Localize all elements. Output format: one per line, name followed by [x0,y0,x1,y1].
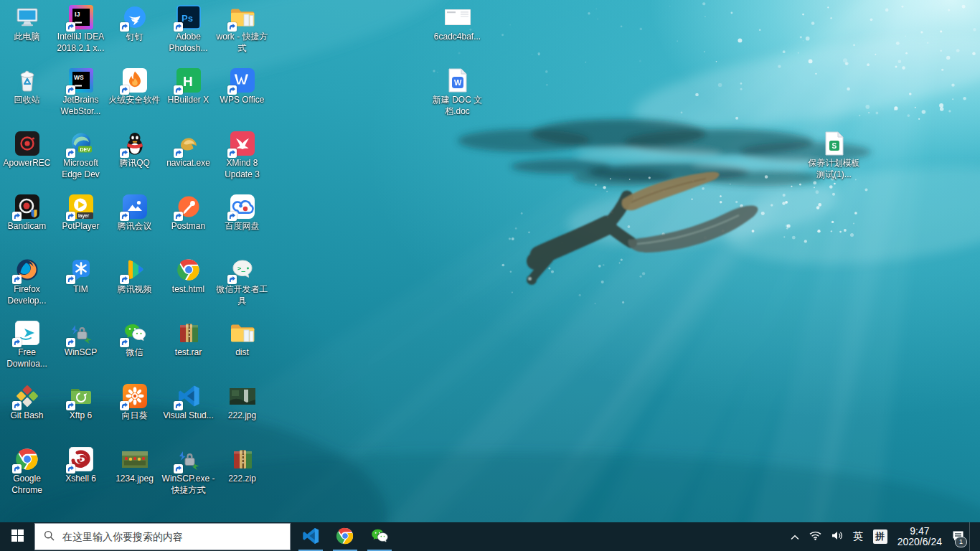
desktop-icon-tencent-meeting[interactable]: 腾讯会议 [108,194,161,232]
qq-icon [120,131,150,156]
shortcut-arrow-icon [66,338,75,347]
desktop-icon-chrome[interactable]: Google Chrome [0,446,54,496]
desktop-icon-postman[interactable]: Postman [161,194,215,232]
desktop-icon-recycle-bin[interactable]: 回收站 [0,67,54,106]
wps-doc-icon: W [443,67,473,93]
desktop-icon-winrar[interactable]: 222.zip [215,446,269,485]
desktop-icon-label: test.html [172,284,204,296]
bandicam-icon [12,194,42,220]
desktop-icon-vscode[interactable]: Visual Stud... [161,383,215,422]
desktop-icon-hbuilderx[interactable]: HHBuilder X [161,67,215,106]
system-tray: 英 拼 9:47 2020/6/24 1 [786,522,980,551]
desktop-icon-wechat[interactable]: 微信 [108,320,161,359]
desktop-icon-label: WPS Office [220,95,265,106]
desktop-icon-photo-jpg[interactable]: 222.jpg [215,383,269,422]
svg-text:WS: WS [74,74,84,81]
winrar-icon [174,320,204,346]
taskbar: 英 拼 9:47 2020/6/24 1 [0,522,980,551]
desktop-icon-label: Xftp 6 [70,410,92,422]
apowerrec-icon [12,131,42,156]
svg-text:DEV: DEV [80,147,90,152]
desktop-icon-wps-sheet[interactable]: S保养计划模板测试(1)... [807,131,861,180]
desktop-icon-image-file[interactable]: 6cadc4baf... [430,4,484,43]
desktop-icon-winscp[interactable]: WinSCP [54,320,108,359]
action-center-button[interactable]: 1 [947,522,969,551]
firefox-dev-icon [12,257,42,283]
desktop-icon-label: 火绒安全软件 [109,95,161,106]
desktop-icon-dingtalk[interactable]: 钉钉 [108,4,161,43]
taskbar-search[interactable] [34,523,291,550]
desktop-icon-sunflower[interactable]: 向日葵 [108,383,161,422]
search-input[interactable] [61,530,290,543]
desktop-icon-photo-jpeg[interactable]: 1234.jpeg [108,446,161,485]
desktop-icon-tencent-video[interactable]: 腾讯视频 [108,257,161,296]
navicat-icon [174,131,204,156]
chrome-icon [336,527,354,547]
desktop-icon-photoshop[interactable]: PsAdobe Photosh... [161,4,215,54]
photoshop-icon: Ps [174,4,204,30]
desktop-icon-label: IntelliJ IDEA 2018.2.1 x... [54,32,108,54]
desktop-icon-xshell[interactable]: Xshell 6 [54,446,108,485]
shortcut-arrow-icon [120,275,129,284]
svg-text:IJ: IJ [75,11,80,18]
desktop-icon-navicat[interactable]: navicat.exe [161,131,215,169]
desktop-icon-xftp[interactable]: Xftp 6 [54,383,108,422]
desktop-icon-chrome[interactable]: test.html [161,257,215,296]
desktop-icon-this-pc[interactable]: 此电脑 [0,4,54,43]
start-button[interactable] [0,522,34,551]
taskbar-app-wechat[interactable] [362,522,397,551]
desktop-icon-label: 钉钉 [126,32,143,43]
desktop-icon-label: XMind 8 Update 3 [215,158,269,180]
desktop-icon-winscp[interactable]: WinSCP.exe - 快捷方式 [161,446,215,496]
desktop-icon-gitbash[interactable]: Git Bash [0,383,54,422]
desktop-icon-label: 腾讯会议 [118,221,152,232]
desktop-icon-folder[interactable]: dist [215,320,269,359]
desktop-icon-baidu-netdisk[interactable]: 百度网盘 [215,194,269,232]
desktop-icon-xmind[interactable]: XMind 8 Update 3 [215,131,269,180]
desktop-icon-tim[interactable]: TIM [54,257,108,296]
volume-button[interactable] [826,522,848,551]
desktop-icon-apowerrec[interactable]: ApowerREC [0,131,54,169]
shortcut-arrow-icon [174,22,183,32]
desktop-icon-label: Bandicam [8,221,46,232]
shortcut-arrow-icon [12,401,22,410]
desktop-icon-label: JetBrains WebStor... [54,95,108,117]
desktop-icon-label: Google Chrome [0,474,54,496]
intellij-idea-icon: IJ [66,4,96,30]
taskbar-app-chrome[interactable] [328,522,362,551]
desktop-icon-wechat-devtools[interactable]: >_微信开发者工具 [215,257,269,306]
desktop-icon-label: 6cadc4baf... [434,32,481,43]
potplayer-icon: layer [66,194,96,220]
ime-mode-button[interactable]: 拼 [868,522,892,551]
shortcut-arrow-icon [66,401,75,410]
desktop-icon-edge-dev[interactable]: DEVMicrosoft Edge Dev [54,131,108,180]
shortcut-arrow-icon [12,212,22,221]
desktop-icon-huorong[interactable]: 火绒安全软件 [108,67,161,106]
huorong-icon [120,67,150,93]
wifi-button[interactable] [804,522,826,551]
desktop-icon-potplayer[interactable]: layerPotPlayer [54,194,108,232]
desktop-icon-label: Microsoft Edge Dev [54,158,108,180]
hidden-icons-button[interactable] [786,522,804,551]
desktop-icon-webstorm[interactable]: WSJetBrains WebStor... [54,67,108,117]
desktop-icon-folder[interactable]: work - 快捷方式 [215,4,269,54]
language-indicator[interactable]: 英 [848,522,868,551]
desktop-icon-wps-doc[interactable]: W新建 DOC 文档.doc [430,67,484,117]
desktop-icon-winrar[interactable]: test.rar [161,320,215,359]
show-desktop-button[interactable] [969,522,980,551]
desktop-icon-label: Postman [171,221,205,232]
desktop-icon-wps-office[interactable]: WPS Office [215,67,269,106]
ime-pinyin-icon: 拼 [873,529,887,544]
shortcut-arrow-icon [227,85,237,95]
desktop-icon-intellij-idea[interactable]: IJIntelliJ IDEA 2018.2.1 x... [54,4,108,54]
desktop-icon-bandicam[interactable]: Bandicam [0,194,54,232]
taskbar-clock[interactable]: 9:47 2020/6/24 [892,522,947,551]
shortcut-arrow-icon [174,149,183,158]
desktop-icon-label: navicat.exe [166,158,210,169]
recycle-bin-icon [12,67,42,93]
shortcut-arrow-icon [174,85,183,95]
taskbar-app-vscode[interactable] [293,522,328,551]
desktop-icon-qq[interactable]: 腾讯QQ [108,131,161,169]
desktop-icon-fdm[interactable]: Free Downloa... [0,320,54,369]
desktop-icon-firefox-dev[interactable]: Firefox Develop... [0,257,54,306]
